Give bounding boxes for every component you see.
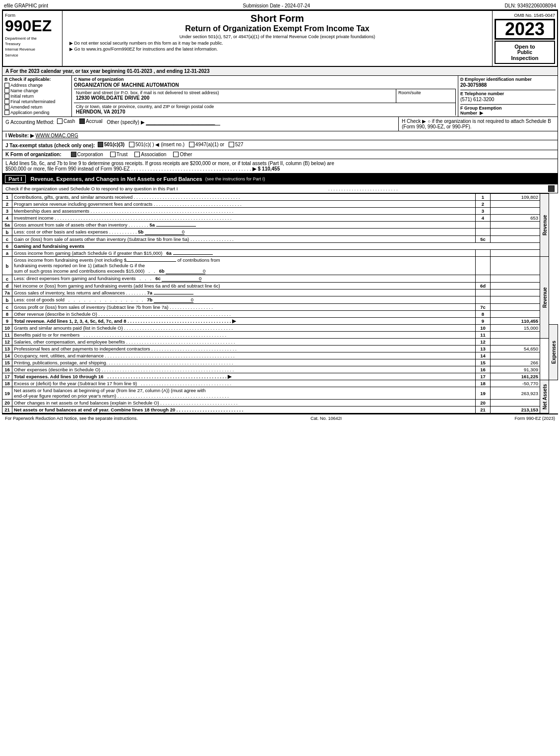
- line-desc-cell: Membership dues and assessments . . . . …: [12, 208, 476, 215]
- part1-header: Part I Revenue, Expenses, and Changes in…: [2, 174, 558, 184]
- line-num-cell: 14: [2, 352, 12, 359]
- initial-return-checkbox[interactable]: [4, 94, 9, 99]
- part1-see-instructions: (see the instructions for Part I): [205, 176, 265, 181]
- line-num-cell: 12: [2, 339, 12, 346]
- efile-label: efile GRAPHIC print: [4, 3, 48, 8]
- line-desc-cell: Total expenses. Add lines 10 through 16 …: [12, 373, 476, 380]
- line-desc-cell: Professional fees and other payments to …: [12, 346, 476, 352]
- footer-right: Form 990-EZ (2023): [514, 416, 555, 421]
- check-schedule-dots: . . . . . . . . . . . . . . . . . . . . …: [328, 186, 398, 191]
- tax-status-prefix: J Tax-exempt status (check only one):: [5, 143, 95, 148]
- line-desc-cell: Benefits paid to or for members . . . . …: [12, 332, 476, 339]
- assoc-option: Association: [134, 152, 166, 157]
- line-ref-cell: 1: [476, 194, 491, 201]
- room-block: Room/suite: [396, 89, 456, 103]
- line-amount-cell: [491, 290, 540, 296]
- line-desc-cell: Net assets or fund balances at beginning…: [12, 387, 476, 400]
- line-amount-cell: 266: [491, 359, 540, 366]
- line-ref-cell: 18: [476, 380, 491, 387]
- line-num-cell: 2: [2, 201, 12, 208]
- field-b-label: B Check if applicable:: [4, 77, 69, 82]
- ein-label: D Employer identification number: [460, 77, 556, 82]
- assoc-checkbox[interactable]: [134, 152, 140, 157]
- cash-checkbox[interactable]: [57, 118, 62, 124]
- 4947a1-checkbox[interactable]: [189, 142, 194, 147]
- table-row: b Less: cost of goods sold . . . . . . .…: [2, 296, 558, 304]
- dont-enter-text: ▶ Do not enter social security numbers o…: [64, 41, 490, 46]
- application-pending-checkbox[interactable]: [4, 110, 9, 115]
- line-desc-cell: Program service revenue including govern…: [12, 201, 476, 208]
- omb-number: OMB No. 1545-0047: [495, 13, 555, 18]
- final-return-checkbox[interactable]: [4, 99, 9, 104]
- line-desc-cell: Excess or (deficit) for the year (Subtra…: [12, 380, 476, 387]
- table-row: 17 Total expenses. Add lines 10 through …: [2, 373, 558, 380]
- ein-value: 20-3075988: [460, 82, 556, 88]
- submission-date: Submission Date - 2024-07-24: [243, 3, 310, 8]
- website-prefix: I Website: ▶: [5, 133, 34, 138]
- line-num-cell: 21: [2, 407, 12, 413]
- line-ref-cell: [476, 222, 491, 229]
- line-desc-cell: Other expenses (describe in Schedule O) …: [12, 366, 476, 373]
- org-name-label: C Name of organization: [74, 77, 456, 82]
- line-amount-cell: [491, 296, 540, 304]
- trust-checkbox[interactable]: [110, 152, 116, 157]
- other-value: _________________________: [146, 119, 220, 125]
- fields-row-1: B Check if applicable: Address change Na…: [2, 76, 558, 116]
- table-row: c Gross profit or (loss) from sales of i…: [2, 304, 558, 311]
- l-arrow-amount: ▶ $ 110,455: [252, 166, 280, 172]
- phone-block: E Telephone number (571) 612-3200: [460, 90, 556, 102]
- accrual-checkbox[interactable]: [79, 118, 85, 124]
- phone-label: E Telephone number: [460, 91, 556, 96]
- line-amount-cell: [491, 283, 540, 290]
- line-ref-cell: [476, 229, 491, 236]
- line-amount-cell: [491, 222, 540, 229]
- name-change-checkbox[interactable]: [4, 88, 9, 93]
- amended-return-checkbox[interactable]: [4, 105, 9, 110]
- line-ref-cell: 17: [476, 373, 491, 380]
- 501c3-checkbox[interactable]: [98, 142, 103, 147]
- line-amount-cell: [491, 400, 540, 407]
- line-desc-cell: Total revenue. Add lines 1, 2, 3, 4, 5c,…: [12, 318, 476, 325]
- line-ref-cell: 3: [476, 208, 491, 215]
- line-ref-cell: [476, 257, 491, 275]
- dln-number: DLN: 93492206008094: [505, 3, 556, 8]
- line-num-cell: 15: [2, 359, 12, 366]
- line-num-cell: 9: [2, 318, 12, 325]
- line-desc-cell: Occupancy, rent, utilities, and maintena…: [12, 352, 476, 359]
- fgroup-label: F Group ExemptionNumber ▶: [460, 106, 556, 116]
- line-ref-cell: 4: [476, 215, 491, 222]
- h-block: H Check ▶ ○ if the organization is not r…: [399, 117, 558, 131]
- line-desc-cell: Gross income from gaming (attach Schedul…: [12, 250, 476, 257]
- line-ref-cell: [476, 290, 491, 296]
- line-ref-cell: 10: [476, 325, 491, 332]
- line-desc-cell: Grants and similar amounts paid (list in…: [12, 325, 476, 332]
- line-ref-cell: [476, 296, 491, 304]
- line-amount-cell: [491, 304, 540, 311]
- public-label: Public: [497, 50, 553, 55]
- line-num-cell: 20: [2, 400, 12, 407]
- field-d: D Employer identification number 20-3075…: [458, 76, 558, 116]
- l-row: L Add lines 5b, 6c, and 7b to line 9 to …: [2, 159, 558, 174]
- line-num-cell: 4: [2, 215, 12, 222]
- accounting-h-row: G Accounting Method: Cash Accrual Other …: [2, 117, 558, 131]
- line-desc-cell: Gross amount from sale of assets other t…: [12, 222, 476, 229]
- k-prefix: K Form of organization:: [5, 152, 62, 157]
- line-ref-cell: 19: [476, 387, 491, 400]
- line-desc-cell: Net assets or fund balances at end of ye…: [12, 407, 476, 413]
- 527-checkbox[interactable]: [229, 142, 234, 147]
- line-amount-cell: [491, 236, 540, 243]
- line-ref-cell: 15: [476, 359, 491, 366]
- cb-initial-return: Initial return: [4, 94, 69, 99]
- schedule-o-checkbox[interactable]: [548, 185, 555, 192]
- address-change-checkbox[interactable]: [4, 83, 9, 88]
- corp-checkbox[interactable]: [71, 152, 76, 157]
- line-amount-cell: [491, 275, 540, 283]
- title-block: Short Form Return of Organization Exempt…: [62, 11, 493, 66]
- other-org-checkbox[interactable]: [173, 152, 179, 157]
- part1-label: Part I: [5, 175, 26, 183]
- 501c-checkbox[interactable]: [129, 142, 134, 147]
- table-row: 3 Membership dues and assessments . . . …: [2, 208, 558, 215]
- line-ref-cell: 12: [476, 339, 491, 346]
- line-num-cell: b: [2, 257, 12, 275]
- line-num-cell: 10: [2, 325, 12, 332]
